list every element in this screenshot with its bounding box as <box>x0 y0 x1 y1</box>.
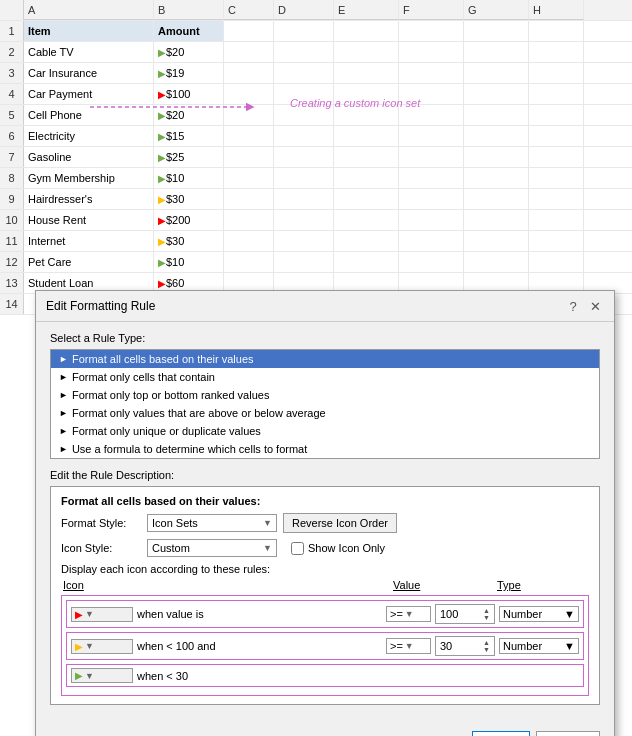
col-header-row: A B C D E F G H <box>0 0 632 21</box>
format-style-label: Format Style: <box>61 517 141 529</box>
rule-type-item-3[interactable]: ► Format only values that are above or b… <box>51 404 599 422</box>
rule-icon-selector-2[interactable]: ▶ ▼ <box>71 668 133 683</box>
show-icon-only-row: Show Icon Only <box>291 542 385 555</box>
rule-type-section-label: Select a Rule Type: <box>50 332 600 344</box>
green-flag-icon: ▶ <box>75 670 83 681</box>
format-style-select[interactable]: Icon Sets ▼ <box>147 514 277 532</box>
cell-g1 <box>464 21 529 41</box>
cell-item-header: Item <box>24 21 154 41</box>
rule-type-item-0[interactable]: ► Format all cells based on their values <box>51 350 599 368</box>
col-header-b: B <box>154 0 224 20</box>
spin-down-1[interactable]: ▼ <box>483 646 490 653</box>
rule-arrow-icon: ► <box>59 354 68 364</box>
op-dropdown-arrow: ▼ <box>405 609 414 619</box>
spin-up-1[interactable]: ▲ <box>483 639 490 646</box>
col-header-icon: Icon <box>63 579 133 591</box>
dialog-controls: ? ✕ <box>564 297 604 315</box>
rule-type-select-0[interactable]: Number ▼ <box>499 606 579 622</box>
format-style-dropdown-icon: ▼ <box>263 518 272 528</box>
rule-condition-0: when value is <box>137 608 382 620</box>
col-header-g: G <box>464 0 529 20</box>
rules-grid-headers: Icon Value Type <box>61 579 589 591</box>
display-rules-label: Display each icon according to these rul… <box>61 563 589 575</box>
col-header-e: E <box>334 0 399 20</box>
format-style-row: Format Style: Icon Sets ▼ Reverse Icon O… <box>61 513 589 533</box>
cancel-button[interactable]: Cancel <box>536 731 600 736</box>
rule-arrow-icon: ► <box>59 408 68 418</box>
rule-type-item-5[interactable]: ► Use a formula to determine which cells… <box>51 440 599 458</box>
rule-condition-2: when < 30 <box>137 670 579 682</box>
col-header-a: A <box>24 0 154 20</box>
type-dropdown-arrow: ▼ <box>564 640 575 652</box>
spin-down-0[interactable]: ▼ <box>483 614 490 621</box>
rule-value-0[interactable]: 100 ▲ ▼ <box>435 604 495 624</box>
dialog-footer: OK Cancel <box>36 725 614 736</box>
show-icon-only-checkbox[interactable] <box>291 542 304 555</box>
rule-type-select-1[interactable]: Number ▼ <box>499 638 579 654</box>
col-header-condition <box>137 579 389 591</box>
cell-amount-header: Amount <box>154 21 224 41</box>
rule-arrow-icon: ► <box>59 426 68 436</box>
col-header-d: D <box>274 0 334 20</box>
cell-h1 <box>529 21 584 41</box>
col-header-row-num <box>0 0 24 20</box>
rule-operator-1[interactable]: >= ▼ <box>386 638 431 654</box>
spreadsheet: A B C D E F G H 1 Item Amount 2 Cable TV… <box>0 0 632 315</box>
table-row: 9 Hairdresser's ▶ $30 <box>0 189 632 210</box>
icon-dropdown-arrow: ▼ <box>85 609 94 619</box>
icon-style-label: Icon Style: <box>61 542 141 554</box>
show-icon-only-label: Show Icon Only <box>308 542 385 554</box>
table-row: 8 Gym Membership ▶ $10 <box>0 168 632 189</box>
rule-type-list: ► Format all cells based on their values… <box>50 349 600 459</box>
rule-type-item-2[interactable]: ► Format only top or bottom ranked value… <box>51 386 599 404</box>
rule-arrow-icon: ► <box>59 372 68 382</box>
rule-row-2: ▶ ▼ when < 30 <box>66 664 584 687</box>
value-spin-0[interactable]: ▲ ▼ <box>483 607 490 621</box>
col-header-f: F <box>399 0 464 20</box>
table-row: 12 Pet Care ▶ $10 <box>0 252 632 273</box>
table-row: 2 Cable TV ▶ $20 <box>0 42 632 63</box>
reverse-icon-order-button[interactable]: Reverse Icon Order <box>283 513 397 533</box>
type-dropdown-arrow: ▼ <box>564 608 575 620</box>
rule-arrow-icon: ► <box>59 444 68 454</box>
rule-row-0: ▶ ▼ when value is >= ▼ 100 ▲ ▼ <box>66 600 584 628</box>
rule-condition-1: when < 100 and <box>137 640 382 652</box>
rule-icon-selector-1[interactable]: ▶ ▼ <box>71 639 133 654</box>
red-flag-icon: ▶ <box>75 609 83 620</box>
col-header-type: Type <box>497 579 587 591</box>
spin-up-0[interactable]: ▲ <box>483 607 490 614</box>
cell-e1 <box>334 21 399 41</box>
op-dropdown-arrow: ▼ <box>405 641 414 651</box>
col-header-h: H <box>529 0 584 20</box>
icon-style-row: Icon Style: Custom ▼ Show Icon Only <box>61 539 589 557</box>
desc-section-label: Edit the Rule Description: <box>50 469 600 481</box>
cell-f1 <box>399 21 464 41</box>
rule-type-item-4[interactable]: ► Format only unique or duplicate values <box>51 422 599 440</box>
value-spin-1[interactable]: ▲ ▼ <box>483 639 490 653</box>
dialog-title: Edit Formatting Rule <box>46 299 155 313</box>
desc-section: Format all cells based on their values: … <box>50 486 600 705</box>
rule-operator-0[interactable]: >= ▼ <box>386 606 431 622</box>
col-header-value: Value <box>393 579 493 591</box>
icon-style-select[interactable]: Custom ▼ <box>147 539 277 557</box>
icon-style-dropdown-icon: ▼ <box>263 543 272 553</box>
rule-icon-selector-0[interactable]: ▶ ▼ <box>71 607 133 622</box>
dialog: Edit Formatting Rule ? ✕ Select a Rule T… <box>35 290 615 736</box>
rule-row-1: ▶ ▼ when < 100 and >= ▼ 30 ▲ ▼ <box>66 632 584 660</box>
col-header-c: C <box>224 0 274 20</box>
table-row: 1 Item Amount <box>0 21 632 42</box>
dialog-help-button[interactable]: ? <box>564 297 582 315</box>
table-row: 7 Gasoline ▶ $25 <box>0 147 632 168</box>
cell-c1 <box>224 21 274 41</box>
table-row: 10 House Rent ▶ $200 <box>0 210 632 231</box>
icon-dropdown-arrow: ▼ <box>85 641 94 651</box>
table-row: 3 Car Insurance ▶ $19 <box>0 63 632 84</box>
icon-dropdown-arrow: ▼ <box>85 671 94 681</box>
table-row: 6 Electricity ▶ $15 <box>0 126 632 147</box>
rule-type-item-1[interactable]: ► Format only cells that contain <box>51 368 599 386</box>
ok-button[interactable]: OK <box>472 731 530 736</box>
dialog-title-bar: Edit Formatting Rule ? ✕ <box>36 291 614 322</box>
rule-value-1[interactable]: 30 ▲ ▼ <box>435 636 495 656</box>
annotation-text: Creating a custom icon set <box>255 97 420 109</box>
dialog-close-button[interactable]: ✕ <box>586 297 604 315</box>
